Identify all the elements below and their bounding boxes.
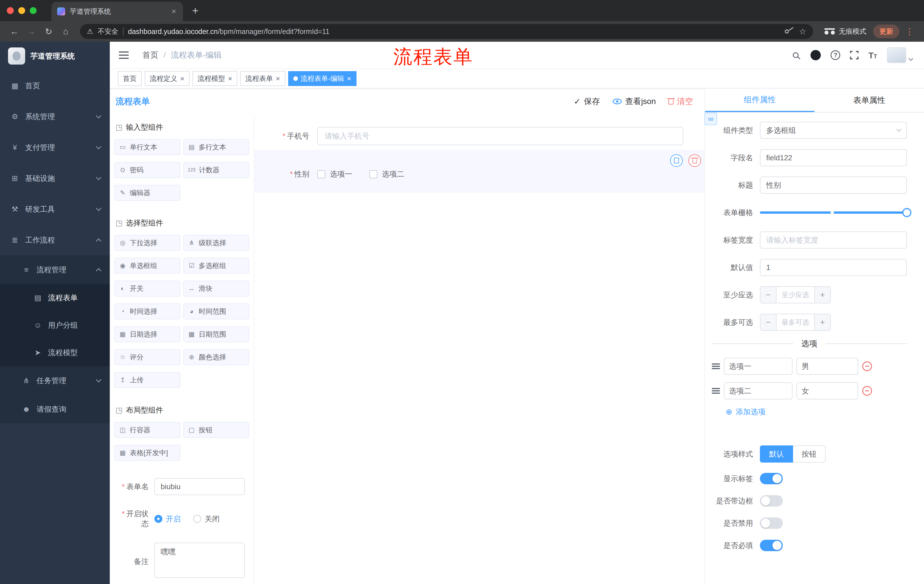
stepper-decrease-button[interactable]: − <box>761 314 777 330</box>
component-time-picker[interactable]: ◔时间选择 <box>114 303 180 319</box>
tag-process-form-edit[interactable]: 流程表单-编辑 × <box>288 71 356 86</box>
user-menu[interactable] <box>887 47 912 63</box>
disabled-toggle[interactable] <box>760 517 783 529</box>
font-size-icon[interactable]: TT <box>868 50 877 61</box>
password-key-icon[interactable] <box>784 29 789 34</box>
window-zoom-button[interactable] <box>30 7 36 14</box>
sidebar-item-devtools[interactable]: ⚒ 研发工具 <box>0 194 110 225</box>
view-json-button[interactable]: 查看json <box>613 96 656 107</box>
security-warning-icon[interactable]: ⚠ <box>87 28 93 35</box>
sidebar-item-infrastructure[interactable]: ⊞ 基础设施 <box>0 163 110 194</box>
status-on-radio[interactable]: 开启 <box>154 514 181 524</box>
tab-component-props[interactable]: 组件属性 <box>705 89 815 112</box>
gender-option-2[interactable]: 选项二 <box>370 169 404 179</box>
component-time-range[interactable]: ◕时间范围 <box>183 303 249 319</box>
drag-handle-icon[interactable] <box>712 364 720 369</box>
component-color-picker[interactable]: ⊛颜色选择 <box>183 349 249 365</box>
address-bar[interactable]: ⚠ 不安全 dashboard.yudao.iocoder.cn/bpm/man… <box>80 24 813 39</box>
component-date-picker[interactable]: ▦日期选择 <box>114 326 180 342</box>
component-upload[interactable]: ↥上传 <box>114 372 180 388</box>
default-value-input[interactable] <box>760 259 907 276</box>
slider-track[interactable] <box>760 211 907 214</box>
border-toggle[interactable] <box>760 495 783 507</box>
github-icon[interactable] <box>810 50 821 60</box>
link-field-button[interactable]: ∞ <box>705 113 717 125</box>
stepper-decrease-button[interactable]: − <box>761 287 777 303</box>
tag-close-icon[interactable]: × <box>276 75 280 82</box>
option-value-input[interactable] <box>797 382 858 400</box>
component-checkbox-group[interactable]: ☑多选框组 <box>183 258 249 274</box>
sidebar-brand[interactable]: 芋道管理系统 <box>0 42 110 70</box>
sidebar-item-task-management[interactable]: ⋔ 任务管理 <box>0 366 110 395</box>
gender-option-1[interactable]: 选项一 <box>317 169 352 179</box>
component-date-range[interactable]: ▩日期范围 <box>183 326 249 342</box>
component-slider[interactable]: ↔滑块 <box>183 281 249 296</box>
component-multi-text[interactable]: ▤多行文本 <box>183 139 249 155</box>
component-table[interactable]: ▦表格[开发中] <box>114 445 180 461</box>
hamburger-icon[interactable] <box>119 51 129 59</box>
style-default-button[interactable]: 默认 <box>760 446 793 462</box>
sidebar-item-process-model[interactable]: ➤ 流程模型 <box>0 339 110 366</box>
tag-close-icon[interactable]: × <box>228 75 232 82</box>
component-editor[interactable]: ✎编辑器 <box>114 185 180 201</box>
clear-button[interactable]: 清空 <box>668 96 693 107</box>
component-switch[interactable]: ◐开关 <box>114 281 180 296</box>
form-name-input[interactable] <box>154 478 245 495</box>
tab-close-icon[interactable]: × <box>170 7 177 16</box>
show-label-toggle[interactable] <box>760 473 783 484</box>
field-name-input[interactable] <box>760 149 907 166</box>
help-icon[interactable]: ? <box>830 50 840 60</box>
search-icon[interactable] <box>793 52 799 58</box>
component-single-text[interactable]: ▭单行文本 <box>114 139 180 155</box>
form-remark-textarea[interactable]: 嘿嘿 <box>154 543 245 578</box>
tag-process-form[interactable]: 流程表单 × <box>240 71 285 86</box>
style-button-button[interactable]: 按钮 <box>793 446 826 462</box>
sidebar-item-user-groups[interactable]: ☺ 用户分组 <box>0 311 110 339</box>
tag-process-model[interactable]: 流程模型 × <box>192 71 237 86</box>
component-cascader[interactable]: ⋔级联选择 <box>183 235 249 251</box>
component-type-select[interactable]: 多选框组 <box>760 122 907 139</box>
option-label-input[interactable] <box>724 358 792 375</box>
option-label-input[interactable] <box>724 382 792 400</box>
checkbox-icon[interactable] <box>370 170 377 178</box>
avatar[interactable] <box>887 47 906 63</box>
component-rate[interactable]: ☆评分 <box>114 349 180 365</box>
slider-handle[interactable] <box>902 208 911 217</box>
bookmark-star-icon[interactable]: ☆ <box>799 27 806 36</box>
remove-option-icon[interactable] <box>862 362 872 371</box>
browser-menu-icon[interactable]: ⋮ <box>902 26 917 36</box>
min-select-input[interactable] <box>777 287 814 303</box>
sidebar-item-payment[interactable]: ¥ 支付管理 <box>0 132 110 163</box>
status-off-radio[interactable]: 关闭 <box>193 514 219 524</box>
fullscreen-icon[interactable] <box>850 51 858 59</box>
max-select-input[interactable] <box>777 314 814 330</box>
required-toggle[interactable] <box>760 540 783 551</box>
update-button[interactable]: 更新 <box>873 25 899 38</box>
add-option-button[interactable]: ⊕ 添加选项 <box>726 407 907 417</box>
tag-close-icon[interactable]: × <box>347 75 351 82</box>
component-button[interactable]: ▢按钮 <box>183 422 249 438</box>
new-tab-button[interactable]: + <box>192 5 198 16</box>
tag-home[interactable]: 首页 <box>118 71 142 86</box>
component-password[interactable]: ⊙密码 <box>114 162 180 178</box>
phone-field-input[interactable] <box>317 127 683 145</box>
checkbox-icon[interactable] <box>317 170 325 178</box>
phone-field-row[interactable]: 手机号 <box>254 127 705 145</box>
sidebar-item-workflow[interactable]: ≣ 工作流程 <box>0 225 110 255</box>
title-input[interactable] <box>760 176 907 194</box>
save-button[interactable]: ✓ 保存 <box>574 96 600 107</box>
label-width-input[interactable] <box>760 232 907 248</box>
stepper-increase-button[interactable]: + <box>814 287 830 303</box>
option-value-input[interactable] <box>797 358 858 375</box>
sidebar-item-system[interactable]: ⚙ 系统管理 <box>0 101 110 132</box>
stepper-increase-button[interactable]: + <box>814 314 830 330</box>
remove-option-icon[interactable] <box>862 386 872 396</box>
tag-close-icon[interactable]: × <box>180 75 185 82</box>
tab-form-props[interactable]: 表单属性 <box>815 89 924 112</box>
window-minimize-button[interactable] <box>18 7 25 14</box>
home-icon[interactable]: ⌂ <box>58 26 73 36</box>
grid-slider[interactable] <box>760 204 907 221</box>
sidebar-item-process-management[interactable]: ≡ 流程管理 <box>0 255 110 284</box>
window-close-button[interactable] <box>7 7 14 14</box>
reload-icon[interactable]: ↻ <box>41 26 56 36</box>
